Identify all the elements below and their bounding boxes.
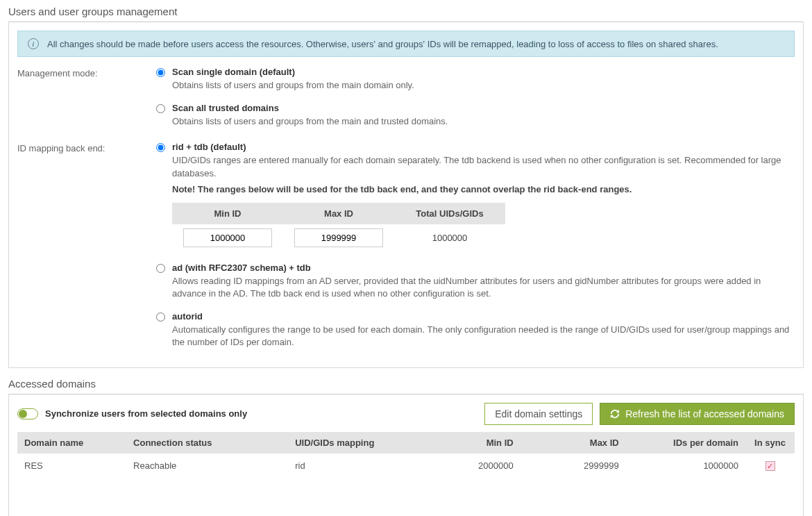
range-header-total: Total UIDs/GIDs (394, 203, 505, 224)
radio-desc-ad: Allows reading ID mappings from an AD se… (172, 275, 795, 300)
cell-ids-per-domain: 1000000 (626, 453, 745, 478)
col-max-id: Max ID (521, 432, 626, 453)
radio-note-rid-tdb: Note! The ranges below will be used for … (172, 184, 795, 194)
range-table: Min ID Max ID Total UIDs/GIDs 1000000 (172, 203, 505, 251)
col-min-id: Min ID (415, 432, 521, 453)
domains-table: Domain name Connection status UID/GIDs m… (17, 432, 795, 478)
label-management-mode: Management mode: (17, 67, 156, 128)
panel-users-management: i All changes should be made before user… (8, 22, 804, 368)
radio-title-scan-single: Scan single domain (default) (172, 67, 795, 77)
refresh-icon (610, 409, 620, 419)
info-banner-text: All changes should be made before users … (47, 39, 718, 49)
radio-desc-scan-all: Obtains lists of users and groups from t… (172, 115, 795, 128)
info-banner: i All changes should be made before user… (17, 31, 795, 57)
radio-desc-scan-single: Obtains lists of users and groups from t… (172, 79, 795, 92)
col-uid-gid-mapping: UID/GIDs mapping (288, 432, 414, 453)
cell-min-id: 2000000 (415, 453, 521, 478)
label-id-mapping-backend: ID mapping back end: (17, 142, 156, 349)
cell-connection-status: Reachable (126, 453, 288, 478)
col-domain-name: Domain name (17, 432, 126, 453)
radio-scan-single-domain[interactable] (156, 68, 165, 77)
toggle-label: Synchronize users from selected domains … (45, 408, 247, 419)
info-icon: i (28, 38, 39, 49)
toggle-knob (19, 410, 27, 418)
cell-mapping: rid (288, 453, 414, 478)
cell-max-id: 2999999 (521, 453, 626, 478)
radio-ad-rfc2307[interactable] (156, 264, 165, 273)
radio-title-scan-all: Scan all trusted domains (172, 103, 795, 113)
section-title-accessed-domains: Accessed domains (8, 372, 804, 394)
table-row[interactable]: RES Reachable rid 2000000 2999999 100000… (17, 453, 795, 478)
toggle-sync-selected[interactable] (17, 408, 38, 419)
in-sync-check-icon: ✓ (766, 461, 775, 471)
radio-desc-autorid: Automatically configures the range to be… (172, 324, 795, 349)
input-max-id[interactable] (294, 228, 383, 247)
radio-desc-rid-tdb: UID/GIDs ranges are entered manually for… (172, 154, 795, 179)
refresh-domains-button[interactable]: Refresh the list of accessed domains (600, 403, 795, 425)
edit-domain-settings-button[interactable]: Edit domain settings (484, 403, 593, 425)
radio-title-ad: ad (with RFC2307 schema) + tdb (172, 263, 795, 273)
radio-scan-all-trusted[interactable] (156, 104, 165, 113)
range-header-min: Min ID (172, 203, 283, 224)
col-connection-status: Connection status (126, 432, 288, 453)
panel-accessed-domains: Synchronize users from selected domains … (8, 394, 804, 517)
cell-in-sync: ✓ (745, 453, 795, 478)
cell-total-ids: 1000000 (394, 224, 505, 251)
radio-autorid[interactable] (156, 313, 165, 322)
col-in-sync: In sync (745, 432, 795, 453)
range-header-max: Max ID (283, 203, 394, 224)
col-ids-per-domain: IDs per domain (626, 432, 745, 453)
radio-title-autorid: autorid (172, 311, 795, 322)
radio-title-rid-tdb: rid + tdb (default) (172, 142, 795, 152)
section-title-users: Users and user groups management (8, 0, 804, 22)
radio-rid-tdb[interactable] (156, 143, 165, 152)
refresh-button-label: Refresh the list of accessed domains (625, 408, 784, 419)
input-min-id[interactable] (183, 228, 272, 247)
cell-domain-name: RES (17, 453, 126, 478)
